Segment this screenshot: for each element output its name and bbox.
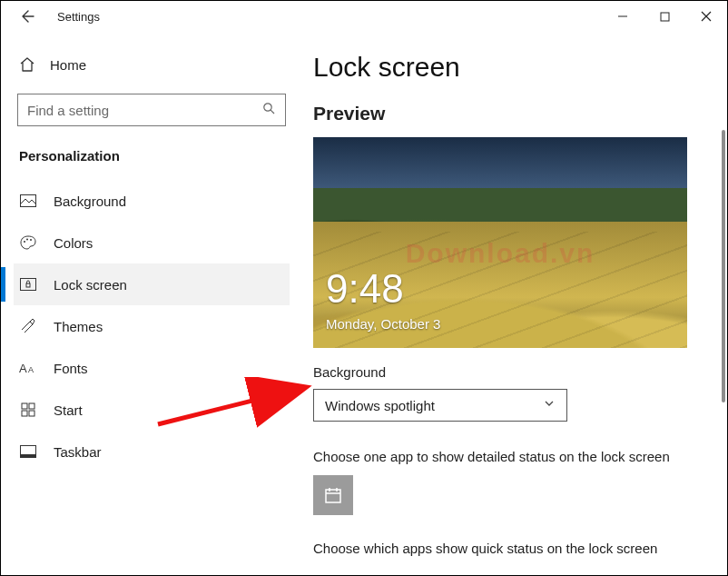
sidebar-item-label: Taskbar [54,444,102,460]
sidebar-home[interactable]: Home [14,48,290,81]
search-icon [262,102,276,119]
search-input[interactable] [27,103,262,118]
minimize-icon [617,11,628,22]
svg-rect-0 [661,13,669,21]
svg-rect-7 [26,283,30,287]
maximize-icon [660,12,670,22]
titlebar: Settings [1,1,727,32]
svg-point-1 [264,103,271,110]
svg-rect-13 [29,411,34,416]
background-label: Background [313,364,713,380]
svg-rect-15 [21,454,36,458]
page-title: Lock screen [313,52,713,83]
window-controls [602,1,727,32]
close-button[interactable] [685,1,727,32]
svg-rect-6 [21,279,36,291]
sidebar-item-label: Lock screen [54,277,127,293]
palette-icon [19,235,37,250]
background-dropdown[interactable]: Windows spotlight [313,389,567,422]
svg-text:A: A [28,365,34,374]
detailed-status-label: Choose one app to show detailed status o… [313,449,713,464]
svg-rect-16 [326,490,340,502]
picture-icon [19,194,37,207]
minimize-button[interactable] [602,1,644,32]
sidebar-nav: Background Colors Lock screen Themes [14,180,290,472]
arrow-left-icon [20,9,34,24]
calendar-icon [323,485,343,505]
svg-point-5 [30,239,32,241]
search-box[interactable] [17,94,286,126]
close-icon [701,11,712,22]
themes-icon [19,319,37,333]
sidebar-item-themes[interactable]: Themes [14,305,290,347]
sidebar-section-title: Personalization [19,148,290,164]
lock-date: Monday, October 3 [326,316,440,332]
svg-rect-12 [22,411,27,416]
sidebar-item-taskbar[interactable]: Taskbar [14,431,290,472]
svg-rect-2 [21,195,36,207]
sidebar-item-colors[interactable]: Colors [14,222,290,263]
chevron-down-icon [543,397,556,413]
quick-status-label: Choose which apps show quick status on t… [313,541,713,556]
svg-rect-11 [29,403,34,409]
scrollbar[interactable] [722,130,725,402]
sidebar-item-lock-screen[interactable]: Lock screen [14,263,290,305]
svg-text:A: A [19,362,27,375]
sidebar-home-label: Home [50,57,86,73]
maximize-button[interactable] [644,1,685,32]
sidebar-item-background[interactable]: Background [14,180,290,222]
background-dropdown-value: Windows spotlight [325,398,543,413]
svg-rect-10 [22,403,27,409]
home-icon [19,56,35,73]
lock-time: 9:48 [326,266,404,312]
lock-screen-preview: Download.vn 9:48 Monday, October 3 [313,137,687,348]
sidebar: Home Personalization Background Colors [1,32,299,576]
sidebar-item-label: Background [54,194,126,209]
fonts-icon: AA [19,361,37,375]
detailed-status-app-button[interactable] [313,475,353,515]
sidebar-item-start[interactable]: Start [14,389,290,431]
sidebar-item-label: Colors [54,235,93,251]
taskbar-icon [19,445,37,458]
sidebar-item-fonts[interactable]: AA Fonts [14,347,290,389]
content-pane: Lock screen Preview Download.vn 9:48 Mon… [299,32,727,576]
sidebar-item-label: Start [54,402,83,418]
start-icon [19,402,37,417]
sidebar-item-label: Fonts [54,361,88,376]
lock-screen-icon [19,278,37,291]
svg-point-4 [26,239,28,241]
sidebar-item-label: Themes [54,319,103,334]
window-title: Settings [57,10,100,24]
svg-point-3 [24,241,25,243]
back-button[interactable] [6,1,48,32]
preview-heading: Preview [313,103,713,124]
